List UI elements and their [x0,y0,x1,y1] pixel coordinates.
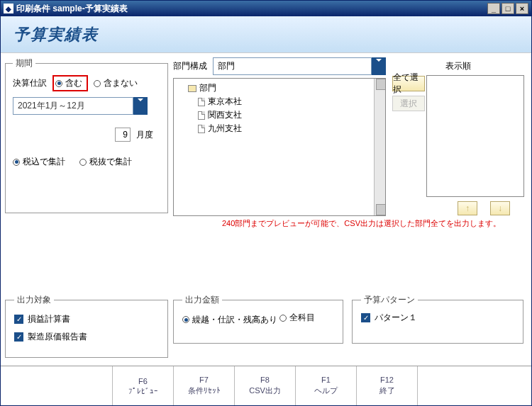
footer-toolbar: F6ﾌﾟﾚﾋﾞｭｰ F7条件ﾘｾｯﾄ F8CSV出力 F1ヘルプ F12終了 [1,366,531,405]
folder-icon [188,85,196,92]
check-icon: ✓ [14,315,23,324]
radio-balance-exists[interactable]: 繰越・仕訳・残高あり [182,314,277,326]
tree-root[interactable]: 部門 [188,81,370,95]
budget-pattern-group: 予算パターン ✓パターン１ [352,294,523,344]
checkbox-pl[interactable]: ✓損益計算書 [14,313,159,325]
check-icon: ✓ [14,332,23,342]
radio-tax-inclusive[interactable]: 税込で集計 [13,156,65,168]
select-button[interactable]: 選択 [392,96,425,111]
radio-tax-exclusive[interactable]: 税抜で集計 [79,156,132,168]
output-target-group: 出力対象 ✓損益計算書 ✓製造原価報告書 [5,294,168,358]
chevron-down-icon[interactable] [372,57,386,75]
maximize-button[interactable]: □ [501,3,514,14]
move-down-button[interactable]: ↓ [490,201,510,215]
checkbox-cost-report[interactable]: ✓製造原価報告書 [14,331,159,343]
dept-combo[interactable]: 部門 [213,57,386,75]
dept-tree[interactable]: 部門 東京本社 関西支社 九州支社 [173,78,386,216]
f12-exit-button[interactable]: F12終了 [357,366,418,405]
period-group: 期間 決算仕訳 含む 含まない 2021年1月～12月 9 月度 税込で集計 [5,57,168,213]
month-input[interactable]: 9 [115,128,131,142]
close-button[interactable]: × [516,3,528,14]
scrollbar[interactable] [374,79,385,215]
f8-csv-button[interactable]: F8CSV出力 [235,366,296,405]
window-title: 印刷条件 sample-予算実績表 [16,3,484,15]
body: 期間 決算仕訳 含む 含まない 2021年1月～12月 9 月度 税込で集計 [1,53,531,366]
warning-text: 240部門までプレビューが可能で、CSV出力は選択した部門全てを出力します。 [222,218,524,229]
month-suffix: 月度 [136,129,153,141]
page-icon [198,125,205,133]
check-icon: ✓ [361,313,370,322]
footer-spacer [1,366,113,405]
page-header: 予算実績表 [1,16,531,53]
dept-label: 部門構成 [173,60,207,72]
minimize-button[interactable]: _ [487,3,500,14]
tree-node[interactable]: 九州支社 [198,122,370,135]
tree-node[interactable]: 東京本社 [198,95,370,108]
radio-include[interactable]: 含む [55,77,82,89]
order-label: 表示順 [392,60,524,72]
chevron-down-icon[interactable] [133,97,148,115]
app-icon: ◆ [4,4,13,13]
f7-reset-button[interactable]: F7条件ﾘｾｯﾄ [174,366,235,405]
f1-help-button[interactable]: F1ヘルプ [296,366,357,405]
radio-exclude[interactable]: 含まない [94,77,138,89]
output-amount-group: 出力金額 繰越・仕訳・残高あり 全科目 [173,294,343,344]
highlight-include: 含む [52,75,88,91]
settlement-label: 決算仕訳 [13,77,47,89]
period-range-value: 2021年1月～12月 [13,97,133,115]
select-all-button[interactable]: 全て選択 [392,76,425,91]
dept-combo-value: 部門 [213,57,372,75]
output-amount-legend: 出力金額 [182,294,222,306]
budget-pattern-legend: 予算パターン [361,294,418,306]
page-icon [198,98,205,106]
display-order-group: 表示順 全て選択 選択 ↑ ↓ 240部門までプレビューが可能で、CSV出力は選… [392,60,524,276]
titlebar: ◆ 印刷条件 sample-予算実績表 _ □ × [1,1,531,16]
f6-preview-button[interactable]: F6ﾌﾟﾚﾋﾞｭｰ [113,366,174,405]
page-title: 予算実績表 [13,24,99,45]
move-up-button[interactable]: ↑ [458,201,477,215]
period-legend: 期間 [13,57,35,69]
page-icon [198,111,205,120]
period-range-combo[interactable]: 2021年1月～12月 [13,97,148,115]
order-listbox[interactable] [426,75,524,197]
dept-group: 部門構成 部門 部門 東京本社 関西支社 九州支社 [173,57,386,213]
window: ◆ 印刷条件 sample-予算実績表 _ □ × 予算実績表 期間 決算仕訳 … [0,0,532,406]
radio-all-accounts[interactable]: 全科目 [279,312,315,324]
output-target-legend: 出力対象 [14,294,54,306]
tree-node[interactable]: 関西支社 [198,108,370,122]
footer-fill [418,366,531,405]
checkbox-pattern1[interactable]: ✓パターン１ [361,312,514,324]
